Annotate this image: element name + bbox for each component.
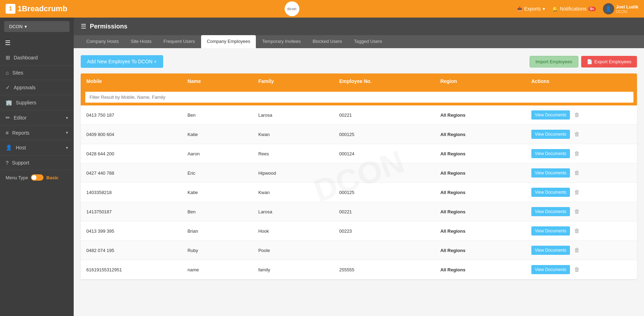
- employee-table: DCON Mobile Name Family Employee No. Reg…: [81, 73, 637, 279]
- cell-region: All Regions: [435, 125, 526, 144]
- cell-actions: View Documents 🗑: [526, 202, 637, 221]
- cell-actions: View Documents 🗑: [526, 125, 637, 144]
- tab-company-employees[interactable]: Company Employees: [201, 35, 256, 48]
- notifications-nav-item[interactable]: 🔔 Notifications 9+: [552, 6, 596, 12]
- hamburger-button[interactable]: ☰: [0, 36, 15, 50]
- column-header-family: Family: [253, 73, 334, 89]
- sidebar-label-sites: Sites: [12, 70, 23, 76]
- table-row: 0409 800 604 Katie Kwan 000125 All Regio…: [81, 125, 637, 144]
- column-header-employee-no: Employee No.: [333, 73, 434, 89]
- tab-blocked-users[interactable]: Blocked Users: [307, 35, 348, 48]
- delete-button[interactable]: 🗑: [573, 168, 581, 178]
- tab-site-hosts[interactable]: Site Hosts: [125, 35, 157, 48]
- sub-header-hamburger[interactable]: ☰: [81, 22, 86, 30]
- view-documents-button[interactable]: View Documents: [531, 188, 570, 197]
- cell-region: All Regions: [435, 144, 526, 163]
- sidebar-item-editor[interactable]: ✏ Editor ▾: [0, 110, 74, 125]
- delete-button[interactable]: 🗑: [573, 130, 581, 139]
- cell-mobile: 61619155312951: [81, 260, 182, 279]
- sidebar-label-dashboard: Dashboard: [14, 55, 38, 60]
- sidebar-item-reports[interactable]: ≡ Reports ▾: [0, 125, 74, 140]
- view-documents-button[interactable]: View Documents: [531, 130, 570, 139]
- sidebar-item-host[interactable]: 👤 Host ▾: [0, 140, 74, 155]
- view-documents-button[interactable]: View Documents: [531, 168, 570, 178]
- dcon-dropdown-icon: ▾: [25, 24, 27, 29]
- cell-employee-no: [333, 163, 434, 182]
- editor-item-left: ✏ Editor: [6, 115, 27, 121]
- tabs-bar: Company Hosts Site Hosts Frequent Users …: [74, 35, 644, 48]
- delete-button[interactable]: 🗑: [573, 149, 581, 158]
- import-employees-button[interactable]: Import Employees: [530, 56, 578, 67]
- cell-region: All Regions: [435, 221, 526, 240]
- tab-temporary-invitees[interactable]: Temporary Invitees: [257, 35, 306, 48]
- import-export-group: Import Employees 📄 Export Employees: [530, 56, 637, 67]
- sidebar-item-approvals[interactable]: ✓ Approvals: [0, 80, 74, 95]
- delete-button[interactable]: 🗑: [573, 265, 581, 274]
- cell-employee-no: 00223: [333, 221, 434, 240]
- view-documents-button[interactable]: View Documents: [531, 207, 570, 216]
- exports-nav-item[interactable]: 📤 Exports ▾: [517, 6, 545, 12]
- sidebar-label-reports: Reports: [12, 130, 29, 136]
- tab-tagged-users[interactable]: Tagged Users: [348, 35, 388, 48]
- user-name: Joel Ludik: [616, 4, 638, 9]
- sidebar-label-host: Host: [16, 145, 26, 150]
- cell-region: All Regions: [435, 105, 526, 124]
- tab-frequent-users[interactable]: Frequent Users: [158, 35, 201, 48]
- editor-arrow-icon: ▾: [66, 116, 68, 120]
- cell-mobile: 0428 644 200: [81, 144, 182, 163]
- cell-mobile: 0413 750 187: [81, 105, 182, 124]
- action-bar: Add New Employee To DCON + Import Employ…: [81, 55, 637, 68]
- brand-icon: 1: [6, 4, 15, 14]
- column-header-mobile: Mobile: [81, 73, 182, 89]
- filter-input[interactable]: [84, 92, 633, 103]
- cell-actions: View Documents 🗑: [526, 221, 637, 240]
- support-icon: ?: [6, 160, 8, 166]
- delete-button[interactable]: 🗑: [573, 207, 581, 216]
- cell-mobile: 0409 800 604: [81, 125, 182, 144]
- cell-family: Kwan: [253, 183, 334, 202]
- brand-name: 1Breadcrumb: [18, 4, 67, 13]
- user-nav-item[interactable]: 👤 Joel Ludik DCON: [603, 3, 638, 14]
- add-employee-button[interactable]: Add New Employee To DCON +: [81, 55, 163, 68]
- sidebar-label-approvals: Approvals: [14, 85, 35, 90]
- dcon-button[interactable]: DCON ▾: [4, 21, 69, 32]
- sidebar-label-editor: Editor: [14, 115, 27, 121]
- cell-region: All Regions: [435, 202, 526, 221]
- delete-button[interactable]: 🗑: [573, 110, 581, 120]
- view-documents-button[interactable]: View Documents: [531, 110, 570, 120]
- view-documents-button[interactable]: View Documents: [531, 265, 570, 274]
- cell-actions: View Documents 🗑: [526, 144, 637, 163]
- view-documents-button[interactable]: View Documents: [531, 226, 570, 236]
- menu-type-toggle[interactable]: [31, 174, 44, 181]
- tab-company-hosts[interactable]: Company Hosts: [81, 35, 124, 48]
- cell-name: name: [182, 260, 253, 279]
- cell-family: family: [253, 260, 334, 279]
- approvals-icon: ✓: [6, 84, 10, 91]
- export-employees-button[interactable]: 📄 Export Employees: [581, 56, 637, 67]
- table-row: 1403358218 Katie Kwan 000125 All Regions…: [81, 183, 637, 202]
- sidebar-item-suppliers[interactable]: 🏢 Suppliers: [0, 95, 74, 110]
- delete-button[interactable]: 🗑: [573, 188, 581, 197]
- exports-dropdown-icon: ▾: [543, 6, 545, 12]
- sidebar-item-support[interactable]: ? Support: [0, 155, 74, 170]
- cell-employee-no: [333, 241, 434, 260]
- view-documents-button[interactable]: View Documents: [531, 246, 570, 255]
- view-documents-button[interactable]: View Documents: [531, 149, 570, 158]
- cell-family: Hook: [253, 221, 334, 240]
- cell-family: Kwan: [253, 125, 334, 144]
- delete-button[interactable]: 🗑: [573, 226, 581, 236]
- notifications-label: Notifications: [560, 6, 586, 12]
- dashboard-icon: ⊞: [6, 54, 10, 61]
- sites-icon: ⌂: [6, 70, 9, 76]
- cell-region: All Regions: [435, 241, 526, 260]
- cell-region: All Regions: [435, 260, 526, 279]
- sidebar-item-sites[interactable]: ⌂ Sites: [0, 65, 74, 80]
- sidebar-label-suppliers: Suppliers: [16, 100, 36, 105]
- cell-employee-no: 00221: [333, 202, 434, 221]
- main-content: ☰ Permissions Company Hosts Site Hosts F…: [74, 18, 644, 316]
- sidebar-item-dashboard[interactable]: ⊞ Dashboard: [0, 50, 74, 65]
- delete-button[interactable]: 🗑: [573, 246, 581, 255]
- exports-label: Exports: [524, 6, 541, 12]
- column-header-name: Name: [182, 73, 253, 89]
- brand-logo[interactable]: 1 1Breadcrumb: [6, 4, 67, 14]
